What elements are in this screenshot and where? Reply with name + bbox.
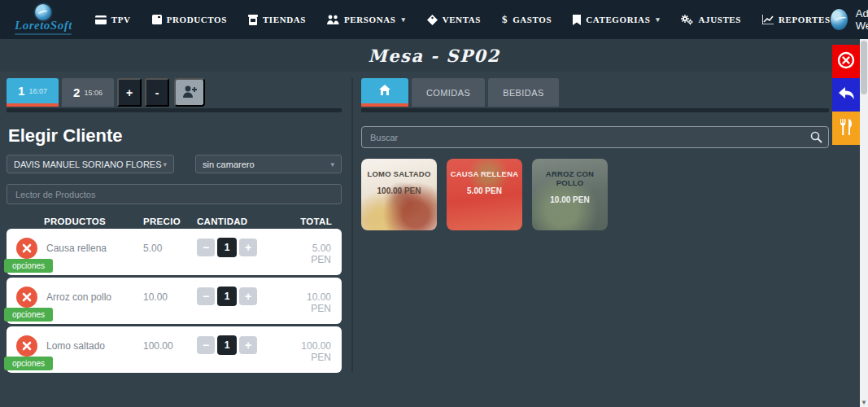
scrollbar-thumb[interactable] (861, 41, 867, 94)
chevron-down-icon: ▾ (402, 15, 406, 24)
side-action-buttons (832, 45, 860, 145)
search-icon (810, 131, 822, 147)
menu-item-ventas[interactable]: VENTAS (427, 15, 481, 25)
user-area: Administrador Web ▾ (831, 7, 868, 32)
delete-item-button[interactable] (16, 335, 37, 357)
product-name: Causa rellena (46, 243, 107, 254)
user-avatar[interactable] (831, 9, 848, 30)
options-badge[interactable]: opciones (4, 357, 53, 370)
delete-item-button[interactable] (16, 287, 37, 308)
pos-app: LoretoSoft TPV PRODUCTOS TIENDAS PERSONA… (0, 0, 868, 407)
add-client-button[interactable] (174, 78, 205, 107)
choose-client-heading: Elegir Cliente (8, 125, 342, 147)
delete-item-button[interactable] (16, 238, 37, 259)
tab-comidas[interactable]: COMIDAS (412, 78, 485, 107)
sales-tag-icon (427, 15, 438, 25)
close-circle-icon (837, 51, 855, 72)
qty-plus-button[interactable]: + (239, 239, 257, 256)
top-navbar: LoretoSoft TPV PRODUCTOS TIENDAS PERSONA… (0, 0, 868, 39)
menu-item-reportes[interactable]: REPORTES (762, 15, 831, 24)
add-order-button[interactable]: + (117, 78, 142, 107)
remove-order-button[interactable]: - (145, 78, 169, 107)
menu-item-tiendas[interactable]: TIENDAS (248, 15, 306, 25)
selects-row: DAVIS MANUEL SORIANO FLORES ... ▾ sin ca… (7, 155, 342, 173)
catalog-panel: COMIDAS BEBIDAS LOMO SALTADO 100.00 PEN … (361, 78, 829, 373)
brand-logo[interactable]: LoretoSoft (15, 4, 72, 35)
products-icon (152, 15, 162, 24)
tabs-underline (361, 108, 829, 112)
gears-icon (681, 15, 693, 25)
main-menu: TPV PRODUCTOS TIENDAS PERSONAS ▾ VENTAS … (95, 13, 831, 26)
qty-minus-button[interactable]: − (197, 287, 215, 305)
line-total: 10.00 PEN (294, 287, 342, 314)
qty-value: 1 (217, 335, 237, 355)
utensils-icon (838, 117, 854, 139)
chevron-down-icon: ▾ (330, 160, 334, 168)
close-table-button[interactable] (832, 45, 860, 78)
menu-item-ajustes[interactable]: AJUSTES (681, 15, 741, 25)
menu-item-gastos[interactable]: $ GASTOS (502, 13, 552, 26)
search-bar (361, 126, 829, 148)
order-row: Causa rellena 5.00 − 1 + 5.00 PEN opcion… (7, 229, 342, 275)
globe-icon (35, 4, 51, 20)
people-icon (327, 15, 339, 24)
menu-item-productos[interactable]: PRODUCTOS (152, 15, 227, 24)
quantity-stepper: − 1 + (197, 238, 294, 257)
product-card-lomo-saltado[interactable]: LOMO SALTADO 100.00 PEN (361, 159, 437, 230)
menu-item-tpv[interactable]: TPV (95, 15, 131, 24)
qty-minus-button[interactable]: − (197, 336, 215, 354)
back-button[interactable] (832, 78, 860, 112)
product-cards: LOMO SALTADO 100.00 PEN CAUSA RELLENA 5.… (361, 159, 829, 230)
product-card-causa-rellena[interactable]: CAUSA RELLENA 5.00 PEN (447, 159, 522, 230)
qty-minus-button[interactable]: − (197, 239, 215, 256)
tab-home[interactable] (361, 78, 408, 107)
product-name: Lomo saltado (46, 340, 105, 352)
tpv-icon (95, 15, 107, 24)
menu-item-categorias[interactable]: CATEGORIAS ▾ (573, 15, 660, 25)
product-name: Arroz con pollo (46, 291, 111, 303)
search-input[interactable] (361, 126, 829, 148)
person-add-icon (181, 85, 198, 100)
line-total: 100.00 PEN (294, 335, 342, 363)
vertical-scrollbar[interactable]: ▼ (860, 39, 868, 407)
scroll-down-arrow[interactable]: ▼ (860, 400, 868, 406)
options-badge[interactable]: opciones (4, 259, 53, 273)
home-icon (379, 84, 390, 98)
qty-value: 1 (217, 287, 237, 306)
brand-tagline-rule (15, 33, 72, 35)
menu-item-personas[interactable]: PERSONAS ▾ (327, 15, 406, 24)
product-price: 100.00 (143, 335, 197, 352)
order-row: Arroz con pollo 10.00 − 1 + 10.00 PEN op… (7, 278, 342, 324)
order-tab-time: 15:06 (84, 89, 103, 97)
tab-bebidas[interactable]: BEBIDAS (488, 78, 559, 107)
dollar-icon: $ (502, 13, 508, 26)
brand-name: LoretoSoft (15, 19, 72, 33)
order-tab-time: 16:07 (28, 87, 47, 95)
kitchen-button[interactable] (832, 112, 860, 145)
line-total: 5.00 PEN (294, 238, 342, 265)
order-row: Lomo saltado 100.00 − 1 + 100.00 PEN opc… (7, 326, 342, 373)
order-tabs: 1 16:07 2 15:06 + - (7, 78, 342, 107)
product-card-arroz-con-pollo[interactable]: ARROZ CON POLLO 10.00 PEN (532, 159, 608, 230)
qty-value: 1 (217, 238, 237, 257)
product-scanner-input[interactable] (7, 184, 342, 204)
order-table-header: PRODUCTOS PRECIO CANTIDAD TOTAL (7, 217, 342, 226)
back-arrow-icon (836, 85, 856, 105)
qty-plus-button[interactable]: + (239, 336, 257, 354)
title-band: Mesa - SP02 (0, 39, 868, 72)
client-select[interactable]: DAVIS MANUEL SORIANO FLORES ... ▾ (7, 155, 174, 173)
user-name: Administrador Web (856, 7, 868, 32)
order-tab-2[interactable]: 2 15:06 (62, 78, 114, 107)
quantity-stepper: − 1 + (197, 335, 294, 355)
qty-plus-button[interactable]: + (239, 287, 257, 305)
store-icon (248, 15, 258, 25)
order-tab-1[interactable]: 1 16:07 (7, 78, 59, 107)
chart-icon (762, 15, 774, 24)
product-price: 10.00 (143, 287, 197, 303)
waiter-select[interactable]: sin camarero ▾ (195, 155, 342, 173)
chevron-down-icon: ▾ (656, 15, 660, 24)
main-content: 1 16:07 2 15:06 + - Elegir Cliente DAVIS… (0, 72, 868, 373)
options-badge[interactable]: opciones (4, 308, 53, 322)
category-tabs: COMIDAS BEBIDAS (361, 78, 829, 107)
page-title: Mesa - SP02 (368, 46, 499, 66)
